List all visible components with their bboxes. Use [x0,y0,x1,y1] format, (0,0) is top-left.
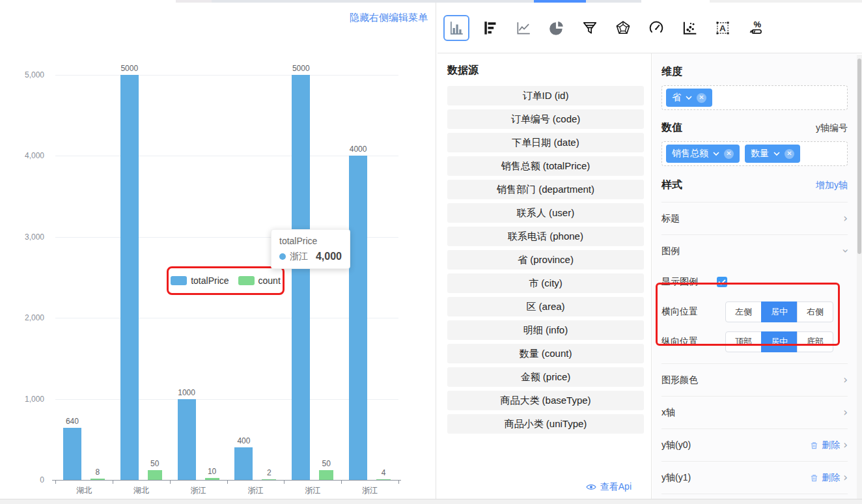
datasource-field[interactable]: 联系人 (user) [447,203,644,223]
x-axis-category-label: 浙江 [227,485,285,496]
row-label: y轴(y1) [661,472,691,484]
bar-data-label: 4000 [350,145,367,154]
datasource-field[interactable]: 联系电话 (phone) [447,227,644,246]
show-legend-checkbox[interactable] [717,277,727,287]
bar-totalprice[interactable] [120,75,139,480]
remove-tag-icon[interactable]: ✕ [785,149,794,159]
datasource-field[interactable]: 省 (province) [447,250,644,270]
row-y1-axis-section[interactable]: y轴(y1) 删除 › [661,461,848,494]
view-api-label: 查看Api [600,481,632,493]
row-x-axis-section[interactable]: x轴 › [661,396,848,428]
bar-group: 500050 [113,75,170,480]
measure-tag[interactable]: 数量✕ [745,145,800,163]
vertical-position-option[interactable]: 顶部 [725,331,762,352]
row-label: x轴 [661,407,675,419]
delete-y1-link[interactable]: 删除 [822,472,840,484]
datasource-field[interactable]: 销售部门 (department) [447,180,644,199]
scrollbar-thumb[interactable] [857,59,861,254]
x-axis-category-label: 浙江 [341,485,398,496]
dimension-dropzone[interactable]: 省✕ [661,85,848,110]
pie-chart-icon[interactable] [544,16,569,40]
datasource-field[interactable]: 销售总额 (totalPrice) [447,156,644,176]
bar-column: 1000 [178,388,196,480]
horizontal-scrollbar[interactable] [0,499,862,504]
vertical-position-option[interactable]: 底部 [797,331,833,352]
dimension-tag[interactable]: 省✕ [666,89,712,107]
bar-count[interactable] [205,478,219,480]
row-legend-section[interactable]: 图例 › [661,234,848,267]
horizontal-position-option[interactable]: 右侧 [797,301,833,322]
svg-text:A: A [719,23,726,33]
gauge-chart-icon[interactable] [644,16,669,40]
y-axis-tick-label: 2,000 [9,313,44,322]
remove-tag-icon[interactable]: ✕ [697,93,706,103]
bar-count[interactable] [90,479,105,480]
horizontal-position-option[interactable]: 居中 [761,301,798,322]
percent-progress-icon[interactable]: % [744,16,768,40]
bar-data-label: 400 [237,436,250,445]
row-label: 图形颜色 [661,374,698,386]
scatter-chart-icon[interactable] [677,16,702,40]
bar-totalprice[interactable] [63,428,81,480]
datasource-field[interactable]: 下单日期 (date) [447,133,644,152]
x-axis-category-label: 浙江 [170,485,227,496]
remove-tag-icon[interactable]: ✕ [724,149,734,159]
add-y-axis-link[interactable]: 增加y轴 [816,180,848,191]
show-legend-label: 显示图例 [661,276,698,288]
chevron-right-icon: › [843,440,848,451]
bar-data-label: 2 [267,468,271,477]
chevron-down-icon[interactable] [773,152,780,156]
bar-count[interactable] [376,479,391,481]
row-y0-axis-section[interactable]: y轴(y0) 删除 › [661,428,848,461]
chevron-down-icon[interactable] [686,96,692,100]
line-chart-icon[interactable] [511,16,536,40]
datasource-field[interactable]: 商品大类 (baseType) [447,391,644,410]
funnel-chart-icon[interactable] [577,16,602,40]
bar-count[interactable] [262,479,276,481]
datasource-field[interactable]: 商品小类 (uniType) [447,414,644,434]
datasource-field[interactable]: 明细 (info) [447,320,644,340]
horizontal-bar-chart-icon[interactable] [478,16,503,40]
bar-totalprice[interactable] [292,75,310,480]
view-api-link[interactable]: 查看Api [586,481,632,493]
text-label-icon[interactable]: A [710,16,735,40]
datasource-field[interactable]: 市 (city) [447,273,644,293]
datasource-field[interactable]: 数量 (count) [447,344,644,363]
radar-chart-icon[interactable] [611,16,635,40]
bar-totalprice[interactable] [349,156,367,480]
datasource-field[interactable]: 金额 (price) [447,367,644,387]
x-axis-tick [227,480,228,484]
tag-label: 销售总额 [672,148,708,160]
settings-panel: 维度 省✕ 数值 y轴编号 销售总额✕数量✕ 样式 增加y轴 标题 › 图例 ›… [652,53,857,499]
x-axis-tick [170,480,171,484]
row-title-section[interactable]: 标题 › [661,202,848,234]
vertical-position-option[interactable]: 居中 [761,331,798,352]
row-shape-color-section[interactable]: 图形颜色 › [661,363,848,396]
datasource-panel: 数据源 订单ID (id)订单编号 (code)下单日期 (date)销售总额 … [438,53,652,499]
delete-y0-link[interactable]: 删除 [822,440,840,451]
chevron-right-icon: › [843,407,848,418]
row-label: y轴(y0) [661,440,691,451]
datasource-field[interactable]: 区 (area) [447,297,644,316]
bar-count[interactable] [148,470,162,480]
chevron-down-icon: › [840,249,851,253]
chevron-down-icon[interactable] [713,152,719,156]
bar-data-label: 1000 [178,388,195,397]
datasource-field[interactable]: 订单编号 (code) [447,109,644,129]
chart-type-toolbar: A % [438,3,862,53]
x-axis-tick [398,480,399,484]
horizontal-position-option[interactable]: 左侧 [725,301,762,322]
value-dropzone[interactable]: 销售总额✕数量✕ [661,141,848,166]
measure-tag[interactable]: 销售总额✕ [666,145,740,163]
y-axis-number-hint: y轴编号 [816,122,848,134]
legend-item-totalprice[interactable]: totalPrice [171,275,229,286]
vertical-scrollbar[interactable] [857,55,862,499]
bar-count[interactable] [319,470,333,480]
legend-item-count[interactable]: count [238,275,281,286]
bar-totalprice[interactable] [178,399,196,480]
bar-chart-icon[interactable] [443,15,469,41]
bar-data-label: 10 [208,467,216,476]
datasource-field[interactable]: 订单ID (id) [447,86,644,105]
eye-icon [586,483,596,491]
bar-totalprice[interactable] [234,447,253,480]
